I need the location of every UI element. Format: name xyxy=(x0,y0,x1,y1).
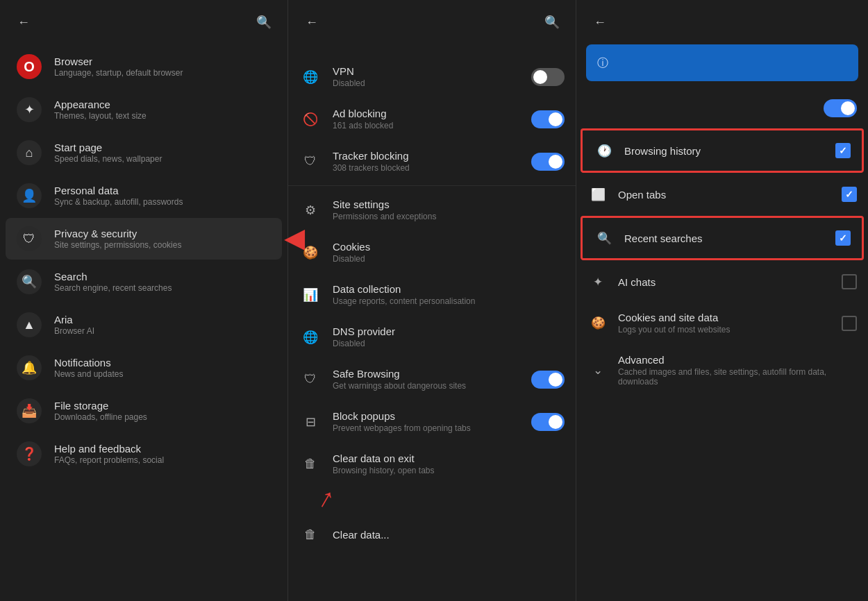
nav-item-aria[interactable]: ▲ Aria Browser AI xyxy=(6,304,282,346)
info-banner: ⓘ xyxy=(586,44,858,81)
mid-item-adblocking[interactable]: 🚫 Ad blocking 161 ads blocked xyxy=(288,98,576,140)
opera-icon: O xyxy=(17,54,42,79)
help-label: Help and feedback xyxy=(54,443,164,455)
mid-item-dnsprovider[interactable]: 🌐 DNS provider Disabled xyxy=(288,316,576,358)
nav-list: O Browser Language, startup, default bro… xyxy=(0,44,287,476)
privacy-sublabel: Site settings, permissions, cookies xyxy=(54,240,181,250)
adblocking-text: Ad blocking 161 ads blocked xyxy=(333,108,520,130)
nav-item-personaldata[interactable]: 👤 Personal data Sync & backup, autofill,… xyxy=(6,175,282,217)
dnsprovider-label: DNS provider xyxy=(333,325,565,337)
back-button-middle[interactable]: ← xyxy=(299,10,324,35)
browsinghistory-icon: 🕐 xyxy=(594,140,615,161)
mid-item-cleardata[interactable]: 🗑 Clear data... xyxy=(288,514,576,555)
aichats-label: AI chats xyxy=(618,276,832,288)
opentabs-checkbox[interactable] xyxy=(842,187,857,202)
right-row-recentsearches[interactable]: 🔍 Recent searches xyxy=(583,218,862,258)
vpn-toggle[interactable] xyxy=(531,68,565,86)
safebrowsing-toggle[interactable] xyxy=(531,371,565,389)
mid-item-safebrowsing[interactable]: 🛡 Safe Browsing Get warnings about dange… xyxy=(288,358,576,400)
nav-item-help[interactable]: ❓ Help and feedback FAQs, report problem… xyxy=(6,433,282,475)
cleardata-icon: 🗑 xyxy=(299,523,322,545)
right-panel: ← ⓘ 🕐 Browsing history ⬜ Open tabs 🔍 Rec… xyxy=(576,0,868,601)
startpage-icon: ⌂ xyxy=(17,140,42,165)
aichats-checkbox[interactable] xyxy=(842,274,857,289)
nav-item-filestorage[interactable]: 📥 File storage Downloads, offline pages xyxy=(6,390,282,432)
cookies-sublabel: Disabled xyxy=(333,254,565,264)
clearonexit-label: Clear data on exit xyxy=(333,452,565,464)
browsinghistory-checkbox[interactable] xyxy=(835,143,851,158)
safebrowsing-sublabel: Get warnings about dangerous sites xyxy=(333,381,520,391)
mid-item-sitesettings[interactable]: ⚙ Site settings Permissions and exceptio… xyxy=(288,189,576,231)
right-row-cookiesdata[interactable]: 🍪 Cookies and site data Logs you out of … xyxy=(576,302,868,344)
startpage-text-group: Start page Speed dials, news, wallpaper xyxy=(54,142,162,164)
nav-item-notifications[interactable]: 🔔 Notifications News and updates xyxy=(6,347,282,389)
personaldata-label: Personal data xyxy=(54,185,183,196)
cookiesdata-checkbox[interactable] xyxy=(842,316,857,331)
advanced-label: Advanced xyxy=(618,354,857,366)
cookies-label: Cookies xyxy=(333,241,565,253)
search-icon: 🔍 xyxy=(17,269,42,294)
sitesettings-sublabel: Permissions and exceptions xyxy=(333,212,565,221)
nav-item-search[interactable]: 🔍 Search Search engine, recent searches xyxy=(6,261,282,303)
adblocking-label: Ad blocking xyxy=(333,108,520,119)
nav-item-browser[interactable]: O Browser Language, startup, default bro… xyxy=(6,46,282,87)
advanced-icon: ⌄ xyxy=(587,360,608,381)
startpage-sublabel: Speed dials, news, wallpaper xyxy=(54,154,162,164)
appearance-icon: ✦ xyxy=(17,97,42,122)
divider-3 xyxy=(288,185,576,186)
trackerblocking-icon: 🛡 xyxy=(299,151,322,173)
blockpopups-sublabel: Prevent webpages from opening tabs xyxy=(333,423,520,433)
back-button-right[interactable]: ← xyxy=(587,10,612,35)
aria-icon: ▲ xyxy=(17,312,42,337)
dnsprovider-text: DNS provider Disabled xyxy=(333,325,565,348)
opentabs-text: Open tabs xyxy=(618,189,832,201)
sitesettings-icon: ⚙ xyxy=(299,199,322,221)
right-row-browsinghistory[interactable]: 🕐 Browsing history xyxy=(583,130,862,171)
privacy-icon: 🛡 xyxy=(17,226,42,251)
mid-item-datacollection[interactable]: 📊 Data collection Usage reports, content… xyxy=(288,273,576,316)
clear-exit-arrow-div: ↑ xyxy=(288,485,576,514)
aria-label: Aria xyxy=(54,314,94,325)
cookiesdata-icon: 🍪 xyxy=(587,313,608,334)
mid-item-clearonexit[interactable]: 🗑 Clear data on exit Browsing history, o… xyxy=(288,443,576,485)
datacollection-icon: 📊 xyxy=(299,284,322,306)
trackerblocking-toggle[interactable] xyxy=(531,153,565,171)
search-button-middle[interactable]: 🔍 xyxy=(540,10,565,35)
mid-item-trackerblocking[interactable]: 🛡 Tracker blocking 308 trackers blocked xyxy=(288,140,576,183)
recentsearches-checkbox[interactable] xyxy=(835,230,851,246)
adblocking-toggle[interactable] xyxy=(531,110,565,128)
cookiesdata-text: Cookies and site data Logs you out of mo… xyxy=(618,312,832,335)
right-row-opentabs[interactable]: ⬜ Open tabs xyxy=(576,174,868,214)
privacy-label: Privacy & security xyxy=(54,228,181,239)
safebrowsing-icon: 🛡 xyxy=(299,369,322,391)
right-row-advanced[interactable]: ⌄ Advanced Cached images and files, site… xyxy=(576,344,868,396)
clear-exit-red-arrow-glyph: ↑ xyxy=(313,481,341,515)
trackerblocking-sublabel: 308 trackers blocked xyxy=(333,163,520,173)
blockpopups-toggle[interactable] xyxy=(531,413,565,431)
mid-list: 🌐 VPN Disabled 🚫 Ad blocking 161 ads blo… xyxy=(288,56,576,555)
highlight-box-recentsearches: 🔍 Recent searches xyxy=(581,216,864,260)
clearonexit-icon: 🗑 xyxy=(299,453,322,475)
back-button[interactable]: ← xyxy=(11,10,36,35)
nav-item-startpage[interactable]: ⌂ Start page Speed dials, news, wallpape… xyxy=(6,132,282,173)
mid-item-vpn[interactable]: 🌐 VPN Disabled xyxy=(288,56,576,98)
help-text-group: Help and feedback FAQs, report problems,… xyxy=(54,443,164,465)
cookies-text: Cookies Disabled xyxy=(333,241,565,264)
mid-item-blockpopups[interactable]: ⊟ Block popups Prevent webpages from ope… xyxy=(288,400,576,443)
nav-item-privacy[interactable]: 🛡 Privacy & security Site settings, perm… xyxy=(6,218,282,260)
safebrowsing-text: Safe Browsing Get warnings about dangero… xyxy=(333,368,520,391)
blockpopups-icon: ⊟ xyxy=(299,411,322,433)
blockpopups-label: Block popups xyxy=(333,410,520,422)
nav-item-appearance[interactable]: ✦ Appearance Themes, layout, text size xyxy=(6,89,282,130)
search-button-left[interactable]: 🔍 xyxy=(251,10,276,35)
confirm-row[interactable] xyxy=(576,90,868,127)
left-panel: ← 🔍 O Browser Language, startup, default… xyxy=(0,0,288,601)
confirm-toggle[interactable] xyxy=(824,99,857,117)
adblocking-sublabel: 161 ads blocked xyxy=(333,121,520,130)
mid-item-cookies[interactable]: 🍪 Cookies Disabled xyxy=(288,231,576,273)
middle-header: ← 🔍 xyxy=(288,0,576,44)
appearance-text-group: Appearance Themes, layout, text size xyxy=(54,99,147,121)
startpage-label: Start page xyxy=(54,142,162,153)
browser-sublabel: Language, startup, default browser xyxy=(54,68,183,78)
right-row-aichats[interactable]: ✦ AI chats xyxy=(576,262,868,302)
